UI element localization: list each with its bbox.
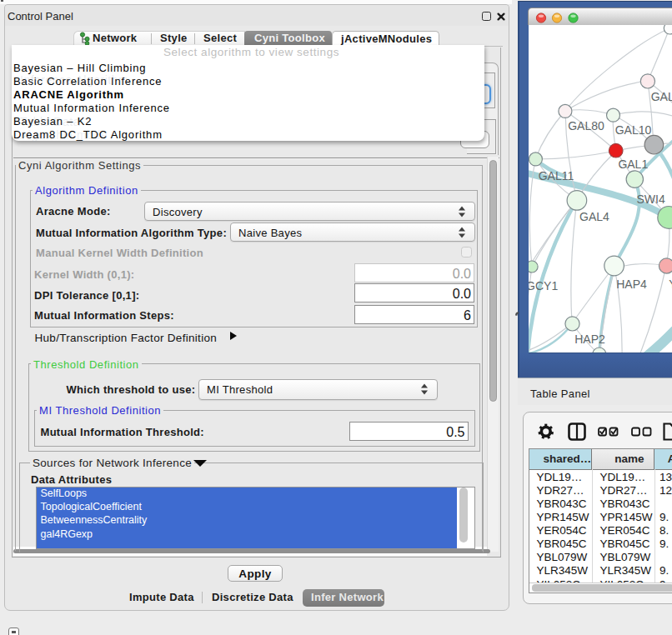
svg-text:GAL10: GAL10 bbox=[615, 123, 652, 137]
svg-text:YM: YM bbox=[669, 278, 672, 291]
svg-text:GAL7: GAL7 bbox=[651, 90, 672, 103]
svg-text:HAP2: HAP2 bbox=[574, 332, 605, 346]
svg-text:GAL11: GAL11 bbox=[539, 169, 574, 182]
svg-text:SWI4: SWI4 bbox=[637, 192, 665, 206]
svg-text:GCY1: GCY1 bbox=[529, 279, 558, 292]
svg-text:GAL4: GAL4 bbox=[579, 210, 609, 223]
svg-text:HAP4: HAP4 bbox=[616, 278, 647, 291]
svg-text:GAL1: GAL1 bbox=[618, 158, 648, 171]
svg-text:GAL80: GAL80 bbox=[568, 119, 604, 132]
